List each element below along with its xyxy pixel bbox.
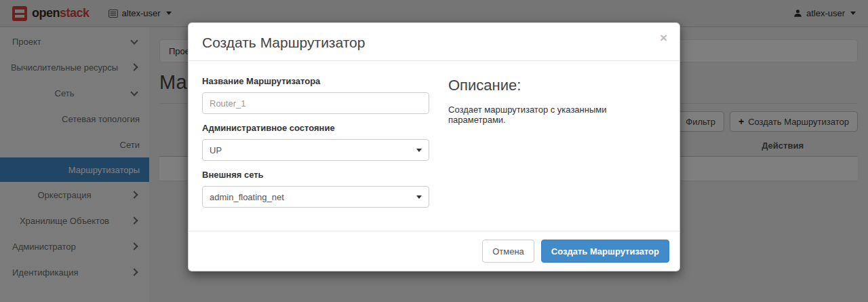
modal-title: Создать Маршрутизатор <box>202 35 666 51</box>
modal-body: Название Маршрутизатора Административное… <box>189 61 679 216</box>
description-text: Создает маршрутизатор с указанными парам… <box>448 105 666 125</box>
modal-description: Описание: Создает маршрутизатор с указан… <box>429 70 666 216</box>
create-router-modal: Создать Маршрутизатор × Название Маршрут… <box>188 22 680 271</box>
router-name-field-group: Название Маршрутизатора <box>202 76 429 114</box>
cancel-button[interactable]: Отмена <box>482 240 534 263</box>
router-name-label: Название Маршрутизатора <box>202 76 429 86</box>
admin-state-selected-value: UP <box>210 145 222 155</box>
admin-state-select[interactable]: UP <box>202 139 429 161</box>
external-network-selected-value: admin_floating_net <box>210 192 284 202</box>
create-router-submit-button[interactable]: Создать Маршрутизатор <box>541 240 669 263</box>
admin-state-field-group: Административное состояние UP <box>202 123 429 161</box>
close-icon[interactable]: × <box>660 31 667 44</box>
external-network-field-group: Внешняя сеть admin_floating_net <box>202 170 429 208</box>
modal-header: Создать Маршрутизатор × <box>189 23 679 61</box>
router-name-input[interactable] <box>202 92 429 114</box>
description-title: Описание: <box>448 77 666 94</box>
admin-state-label: Административное состояние <box>202 123 429 133</box>
external-network-select[interactable]: admin_floating_net <box>202 186 429 208</box>
caret-down-icon <box>416 149 422 152</box>
caret-down-icon <box>416 195 422 199</box>
application-window: openstack altex-user atlex-user Проект В… <box>0 0 868 302</box>
modal-footer: Отмена Создать Маршрутизатор <box>189 231 679 271</box>
router-form: Название Маршрутизатора Административное… <box>202 70 429 216</box>
external-network-label: Внешняя сеть <box>202 170 429 180</box>
